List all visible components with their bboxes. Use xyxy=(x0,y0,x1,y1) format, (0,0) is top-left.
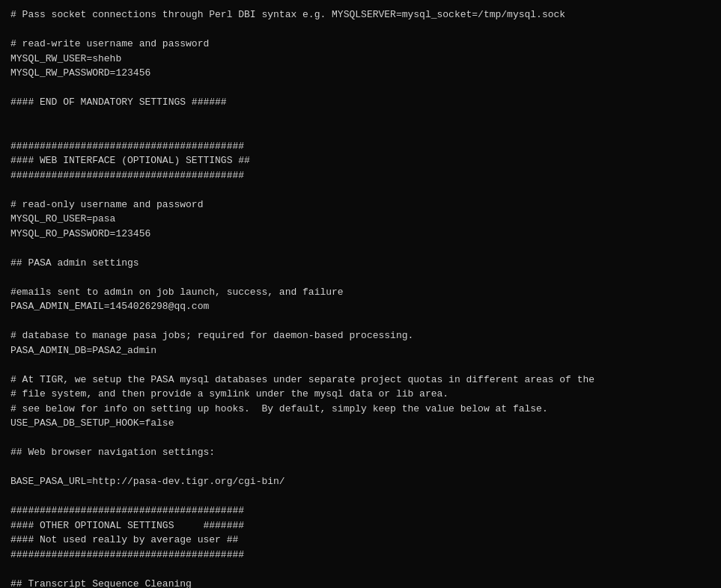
code-content: # Pass socket connections through Perl D… xyxy=(10,7,711,588)
